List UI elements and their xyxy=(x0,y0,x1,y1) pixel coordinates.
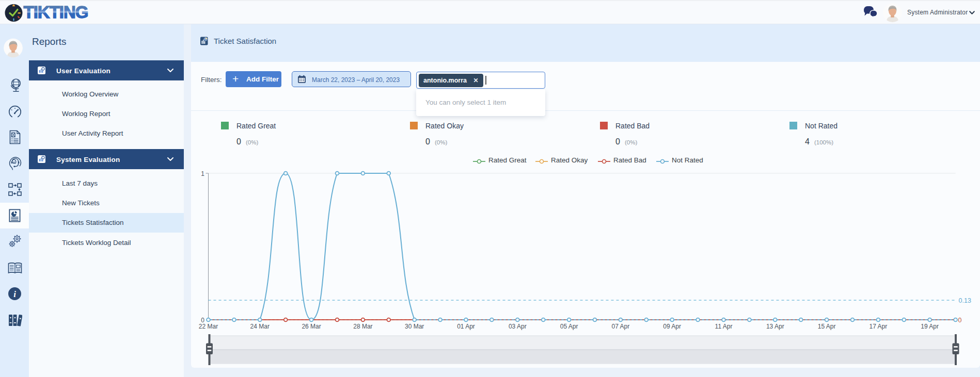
svg-text:22 Mar: 22 Mar xyxy=(199,323,218,330)
svg-text:i: i xyxy=(13,289,16,299)
svg-text:24 Mar: 24 Mar xyxy=(250,323,270,330)
svg-text:03 Apr: 03 Apr xyxy=(509,323,527,330)
svg-text:15 Apr: 15 Apr xyxy=(818,323,836,330)
svg-text:13 Apr: 13 Apr xyxy=(766,323,784,330)
svg-text:0: 0 xyxy=(958,317,962,324)
svg-text:07 Apr: 07 Apr xyxy=(612,323,630,330)
svg-text:19 Apr: 19 Apr xyxy=(921,323,939,330)
svg-text:01 Apr: 01 Apr xyxy=(457,323,475,330)
svg-text:17 Apr: 17 Apr xyxy=(870,323,888,330)
svg-text:0.13: 0.13 xyxy=(959,297,971,304)
svg-text:TIKTING: TIKTING xyxy=(24,3,88,22)
svg-text:09 Apr: 09 Apr xyxy=(663,323,681,330)
svg-text:30 Mar: 30 Mar xyxy=(405,323,424,330)
svg-text:05 Apr: 05 Apr xyxy=(560,323,578,330)
svg-text:1: 1 xyxy=(201,170,204,177)
svg-text:28 Mar: 28 Mar xyxy=(353,323,372,330)
svg-text:11 Apr: 11 Apr xyxy=(715,323,733,330)
svg-text:26 Mar: 26 Mar xyxy=(302,323,321,330)
